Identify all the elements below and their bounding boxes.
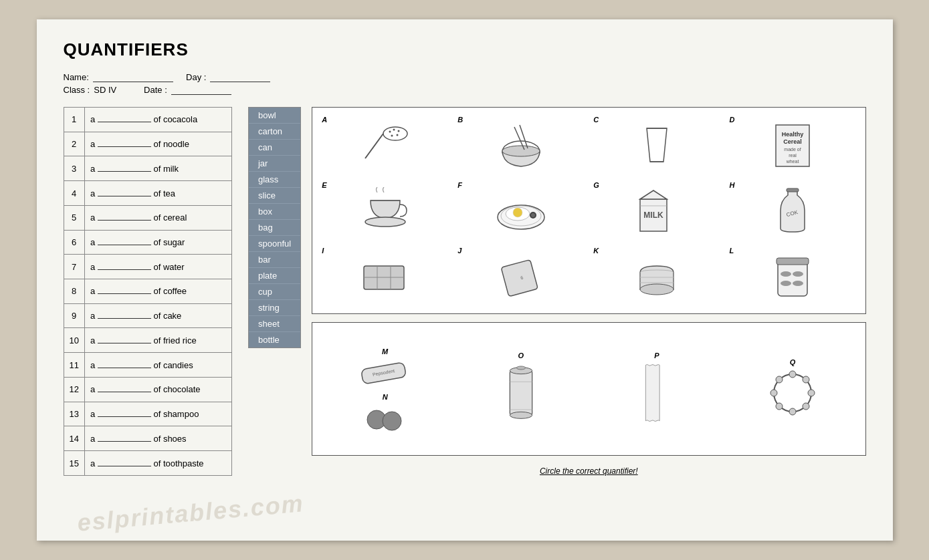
fill-blank[interactable]: [98, 392, 151, 392]
fill-blank[interactable]: [98, 318, 151, 319]
item-number: 3: [64, 156, 84, 181]
name-field-line: Name: Day :: [64, 72, 271, 82]
item-number: 11: [64, 353, 84, 378]
fill-blank[interactable]: [98, 171, 151, 172]
quantifier-item[interactable]: bag: [249, 220, 300, 236]
table-row: 15 a of toothpaste: [64, 451, 231, 476]
quantifier-item[interactable]: string: [249, 300, 300, 316]
item-number: 5: [64, 205, 84, 230]
milk-carton-icon: MILK: [630, 187, 684, 234]
svg-rect-32: [787, 188, 799, 192]
svg-point-6: [391, 135, 393, 137]
svg-text:Healthy: Healthy: [782, 131, 804, 138]
right-section: A B: [312, 107, 865, 476]
table-row: 14 a of shoes: [64, 426, 231, 451]
svg-text:Cereal: Cereal: [783, 138, 802, 145]
bag-icon: 6: [494, 253, 548, 299]
image-item-B: B: [455, 114, 587, 176]
svg-point-4: [397, 130, 399, 132]
image-item-G: G MILK: [591, 180, 722, 241]
table-row: 11 a of candies: [64, 353, 231, 378]
item-fill-cell: a of shampoo: [84, 402, 231, 426]
svg-line-10: [520, 125, 528, 148]
table-row: 1 a of cocacola: [64, 108, 231, 132]
item-number: 4: [64, 181, 84, 206]
fill-blank[interactable]: [98, 368, 151, 368]
svg-text:real: real: [789, 153, 797, 158]
quantifier-item[interactable]: bottle: [249, 332, 300, 347]
fill-blank[interactable]: [98, 293, 151, 294]
svg-point-24: [513, 208, 522, 217]
fill-blank[interactable]: [98, 416, 151, 417]
quantifier-item[interactable]: slice: [249, 188, 300, 204]
item-number: 8: [64, 279, 84, 304]
quantifier-item[interactable]: plate: [249, 268, 300, 284]
image-item-H: H COK: [726, 180, 858, 241]
svg-rect-53: [510, 371, 532, 416]
item-fill-cell: a of toothpaste: [84, 451, 231, 476]
item-fill-cell: a of cereal: [84, 205, 231, 230]
svg-point-64: [789, 408, 796, 415]
svg-point-62: [808, 390, 815, 396]
item-fill-cell: a of chocolate: [84, 377, 231, 402]
quantifier-item[interactable]: glass: [249, 172, 300, 188]
item-fill-cell: a of noodle: [84, 132, 231, 156]
item-fill-cell: a of tea: [84, 181, 231, 206]
middle-column: bowlcartoncanjarglasssliceboxbagspoonful…: [248, 107, 301, 476]
fill-blank[interactable]: [98, 146, 151, 147]
fill-blank[interactable]: [98, 122, 151, 122]
fill-blank[interactable]: [98, 441, 151, 442]
table-row: 8 a of coffee: [64, 279, 231, 304]
image-item-O: O: [455, 352, 587, 426]
necklace-icon: [766, 366, 819, 420]
day-label: Day :: [186, 72, 206, 82]
item-fill-cell: a of fried rice: [84, 328, 231, 353]
svg-point-0: [383, 127, 407, 140]
item-number: 14: [64, 426, 84, 451]
quantifier-item[interactable]: jar: [249, 156, 300, 172]
item-number: 15: [64, 451, 84, 476]
image-item-J: J 6: [455, 245, 587, 307]
bowl-chopsticks-icon: [494, 122, 548, 168]
fill-blank[interactable]: [98, 269, 151, 270]
quantifier-item[interactable]: cup: [249, 284, 300, 300]
spoon-icon: [358, 122, 412, 168]
quantifier-item[interactable]: sheet: [249, 316, 300, 332]
fill-blank[interactable]: [98, 343, 151, 343]
quantifier-item[interactable]: bowl: [249, 108, 300, 124]
content-area: 1 a of cocacola 2 a of noodle 3 a of mil…: [64, 107, 866, 476]
item-number: 7: [64, 255, 84, 279]
svg-point-65: [776, 403, 783, 410]
fill-blank[interactable]: [98, 466, 151, 466]
quantifier-item[interactable]: spoonful: [249, 236, 300, 252]
item-number: 12: [64, 377, 84, 402]
day-underline: [210, 73, 270, 82]
fill-blank[interactable]: [98, 245, 151, 245]
fill-blank[interactable]: [98, 196, 151, 196]
item-number: 6: [64, 230, 84, 255]
image-item-E: E: [319, 180, 451, 241]
svg-point-48: [793, 281, 803, 286]
svg-point-26: [531, 213, 535, 217]
svg-text:made of: made of: [784, 147, 801, 152]
quantifier-item[interactable]: carton: [249, 124, 300, 140]
table-row: 12 a of chocolate: [64, 377, 231, 402]
image-item-D: D Healthy Cereal made of real wheat: [726, 114, 858, 176]
table-row: 5 a of cereal: [64, 205, 231, 230]
svg-point-45: [781, 271, 791, 277]
item-number: 13: [64, 402, 84, 426]
item-fill-cell: a of cocacola: [84, 108, 231, 132]
svg-point-67: [776, 376, 783, 383]
class-value: SD IV: [94, 85, 116, 95]
fill-blank[interactable]: [98, 220, 151, 221]
bottom-image-box: M Pepsodent N: [312, 322, 865, 456]
quantifier-item[interactable]: can: [249, 140, 300, 156]
quantifier-item[interactable]: bar: [249, 252, 300, 268]
image-item-F: F: [455, 180, 587, 241]
table-row: 9 a of cake: [64, 303, 231, 328]
cup-saucer-icon: [358, 187, 412, 234]
svg-line-1: [365, 134, 383, 158]
svg-point-55: [510, 412, 532, 418]
quantifier-item[interactable]: box: [249, 204, 300, 220]
left-section: 1 a of cocacola 2 a of noodle 3 a of mil…: [64, 107, 232, 476]
